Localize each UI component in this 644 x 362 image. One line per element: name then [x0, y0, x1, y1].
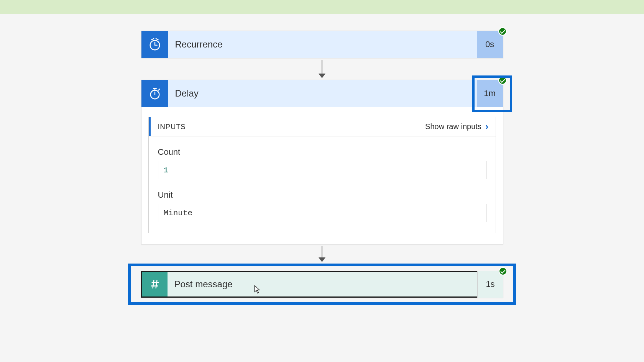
success-check-icon [498, 27, 507, 36]
svg-line-3 [151, 39, 154, 40]
step-title: Recurrence [168, 31, 477, 58]
svg-line-9 [158, 89, 159, 90]
recurrence-clock-icon [141, 31, 168, 58]
step-post-message[interactable]: Post message 1s [141, 271, 503, 298]
step-duration: 1s [477, 271, 503, 298]
svg-line-4 [156, 39, 158, 40]
chevron-right-icon: › [485, 121, 489, 133]
step-title: Delay [168, 80, 477, 107]
step-delay[interactable]: Delay 1m INPUTS Show raw inputs › Count … [141, 80, 503, 244]
delay-body: INPUTS Show raw inputs › Count 1 Unit Mi… [141, 107, 503, 244]
svg-point-10 [149, 279, 160, 290]
svg-line-13 [153, 280, 154, 288]
flow-connector [319, 246, 325, 262]
unit-value: Minute [158, 204, 486, 222]
step-recurrence[interactable]: Recurrence 0s [141, 31, 503, 58]
delay-stopwatch-icon [141, 80, 168, 107]
count-value: 1 [158, 161, 486, 179]
post-message-highlight: Post message 1s [128, 264, 516, 305]
show-raw-inputs-link[interactable]: Show raw inputs › [425, 121, 488, 133]
inputs-panel: INPUTS Show raw inputs › Count 1 Unit Mi… [148, 117, 496, 233]
hash-icon [142, 272, 168, 296]
count-label: Count [158, 147, 486, 157]
unit-label: Unit [158, 190, 486, 200]
step-title: Post message [168, 272, 502, 296]
svg-line-14 [156, 280, 157, 288]
top-banner [0, 0, 644, 14]
step-duration: 1m [477, 80, 503, 107]
success-check-icon [499, 267, 507, 275]
show-raw-label: Show raw inputs [425, 122, 481, 131]
flow-canvas: Recurrence 0s Delay 1m [0, 14, 644, 305]
success-check-icon [498, 76, 507, 85]
step-duration: 0s [477, 31, 503, 58]
flow-connector [319, 60, 325, 78]
inputs-header-label: INPUTS [156, 123, 426, 131]
